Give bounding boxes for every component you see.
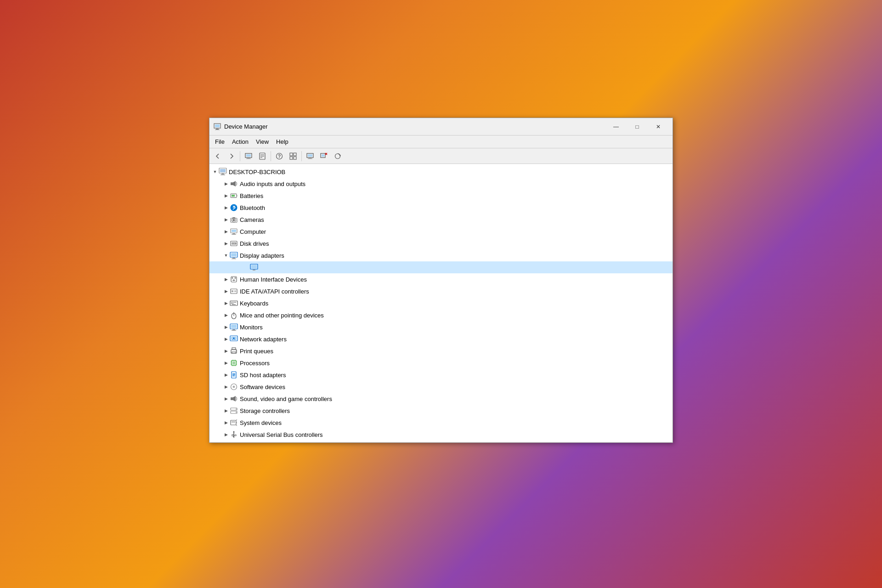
svg-rect-16: [290, 157, 293, 159]
audio-label: Audio inputs and outputs: [240, 181, 305, 187]
svg-point-59: [232, 277, 233, 279]
batteries-icon: [230, 192, 238, 200]
menu-view[interactable]: View: [252, 137, 272, 147]
forward-button[interactable]: [225, 150, 238, 162]
tree-item-audio[interactable]: ▶ Audio inputs and outputs: [209, 178, 673, 190]
scan-button[interactable]: [331, 150, 344, 162]
chevron-display-child: [243, 264, 250, 271]
tree-item-display[interactable]: ▼ Display adapters: [209, 249, 673, 261]
disk-icon: [230, 239, 238, 248]
batteries-label: Batteries: [240, 192, 263, 199]
svg-rect-80: [232, 329, 235, 330]
network-icon: [230, 335, 238, 343]
cameras-label: Cameras: [240, 216, 264, 223]
chevron-mice: ▶: [222, 311, 230, 319]
svg-point-125: [235, 435, 237, 436]
grid-view-button[interactable]: [287, 150, 300, 162]
svg-rect-71: [235, 302, 236, 303]
svg-rect-14: [290, 153, 293, 156]
processors-label: Processors: [240, 360, 270, 367]
hid-icon: [230, 275, 238, 283]
tree-item-display-child[interactable]: [209, 261, 673, 273]
root-label: DESKTOP-B3CRIOB: [229, 169, 285, 175]
menu-help[interactable]: Help: [272, 137, 292, 147]
monitors-label: Monitors: [240, 324, 263, 331]
svg-rect-23: [322, 154, 324, 157]
disk-label: Disk drives: [240, 240, 269, 247]
tree-item-ide[interactable]: ▶ IDE ATA/ATAPI controllers: [209, 285, 673, 297]
tree-item-print[interactable]: ▶ Print queues: [209, 345, 673, 357]
svg-rect-21: [308, 158, 312, 159]
window-title: Device Manager: [224, 123, 605, 130]
usb-icon: [230, 430, 238, 439]
svg-rect-44: [232, 230, 236, 232]
tree-root[interactable]: ▼ DESKTOP-B3CRIOB: [209, 166, 673, 178]
tree-item-keyboards[interactable]: ▶ Keyboards: [209, 297, 673, 309]
svg-rect-20: [309, 158, 311, 158]
chevron-hid: ▶: [222, 276, 230, 283]
hid-label: Human Interface Devices: [240, 276, 307, 283]
tree-item-usb[interactable]: ▶ Universal Serial Bus controllers: [209, 429, 673, 441]
help-button[interactable]: ?: [273, 150, 286, 162]
tree-item-system[interactable]: ▶ System devices: [209, 417, 673, 429]
svg-rect-53: [232, 258, 235, 259]
tree-item-sd[interactable]: ▶ SD host adapters: [209, 369, 673, 381]
tree-item-cameras[interactable]: ▶ Cameras: [209, 214, 673, 226]
usb-label: Universal Serial Bus controllers: [240, 431, 323, 438]
tree-item-sound[interactable]: ▶ Sound, video and game controllers: [209, 393, 673, 405]
svg-rect-69: [232, 302, 233, 303]
tree-item-bluetooth[interactable]: ▶ Bluetooth: [209, 202, 673, 214]
toolbar-separator-2: [271, 151, 271, 161]
svg-rect-64: [232, 290, 233, 292]
svg-rect-5: [246, 154, 251, 157]
chevron-storage: ▶: [222, 407, 230, 414]
minimize-button[interactable]: —: [605, 120, 627, 134]
svg-rect-33: [231, 182, 233, 185]
svg-rect-72: [231, 303, 232, 304]
svg-rect-87: [232, 352, 236, 353]
svg-point-32: [222, 173, 223, 173]
ide-icon: [230, 287, 238, 295]
svg-rect-31: [220, 175, 225, 175]
tree-item-computer[interactable]: ▶ Computer: [209, 226, 673, 237]
computer-view-button[interactable]: [242, 150, 255, 162]
chevron-system: ▶: [222, 419, 230, 426]
svg-rect-37: [237, 195, 237, 197]
tree-item-network[interactable]: ▶ Network adapters: [209, 333, 673, 345]
tree-item-mice[interactable]: ▶ Mice and other pointing devices: [209, 309, 673, 321]
sd-label: SD host adapters: [240, 372, 286, 379]
tree-item-monitors[interactable]: ▶ Monitors: [209, 321, 673, 333]
computer-icon: [219, 168, 227, 176]
tree-item-storage[interactable]: ▶ Storage controllers: [209, 405, 673, 417]
menu-action[interactable]: Action: [228, 137, 252, 147]
svg-point-116: [236, 412, 237, 413]
monitors-icon: [230, 323, 238, 331]
monitor-button[interactable]: [304, 150, 317, 162]
chevron-cameras: ▶: [222, 216, 230, 223]
window-icon: [213, 123, 221, 131]
svg-line-121: [236, 425, 237, 426]
tree-item-hid[interactable]: ▶ Human Interface Devices: [209, 273, 673, 285]
tree-item-processors[interactable]: ▶ Proces: [209, 357, 673, 369]
maximize-button[interactable]: □: [627, 120, 648, 134]
svg-rect-19: [308, 154, 312, 157]
tree-item-disk[interactable]: ▶ Disk drives: [209, 237, 673, 249]
sound-icon: [230, 395, 238, 403]
tree-item-software[interactable]: ▶ Software devices: [209, 381, 673, 393]
mice-icon: [230, 311, 238, 319]
back-button[interactable]: [211, 150, 224, 162]
properties-button[interactable]: [256, 150, 269, 162]
svg-text:?: ?: [278, 154, 281, 159]
close-button[interactable]: ✕: [648, 120, 669, 134]
svg-rect-2: [216, 129, 219, 130]
chevron-sd: ▶: [222, 371, 230, 379]
svg-marker-112: [233, 396, 236, 401]
svg-rect-30: [221, 174, 224, 175]
bluetooth-label: Bluetooth: [240, 204, 265, 211]
remove-button[interactable]: [317, 150, 330, 162]
menu-file[interactable]: File: [211, 137, 228, 147]
chevron-batteries: ▶: [222, 192, 230, 199]
ide-label: IDE ATA/ATAPI controllers: [240, 288, 309, 295]
svg-rect-46: [232, 234, 236, 235]
tree-item-batteries[interactable]: ▶ Batteries: [209, 190, 673, 202]
